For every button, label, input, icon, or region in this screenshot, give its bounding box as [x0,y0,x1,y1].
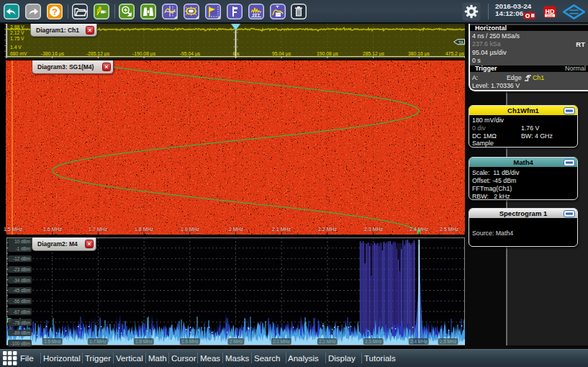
svg-text:?: ? [52,6,58,17]
svg-text:16 bit: 16 bit [547,14,553,17]
svg-text:FFT: FFT [253,13,261,17]
svg-text:TA: TA [458,40,463,45]
